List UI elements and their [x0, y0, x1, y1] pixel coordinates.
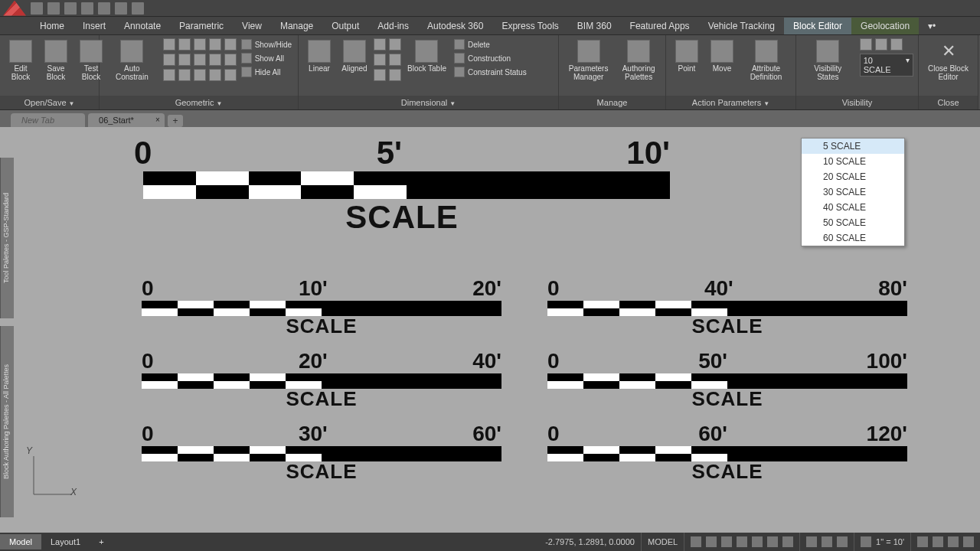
constraint-icon[interactable]	[224, 54, 237, 66]
block-authoring-palettes-panel[interactable]: Block Authoring Palettes - All Palettes	[0, 326, 14, 517]
ribbon-tab-home[interactable]: Home	[31, 18, 74, 34]
aligned-button[interactable]: Aligned	[338, 38, 371, 74]
osnap-toggle-icon[interactable]	[752, 536, 763, 547]
constraint-icon[interactable]	[209, 54, 221, 66]
constraint-icon[interactable]	[178, 69, 191, 81]
constraint-icon[interactable]	[209, 69, 221, 81]
linear-button[interactable]: Linear	[303, 38, 335, 74]
qat-open-icon[interactable]	[47, 2, 60, 15]
otrack-toggle-icon[interactable]	[767, 536, 778, 547]
constraint-icon[interactable]	[178, 38, 191, 51]
ribbon-tab-blockeditor[interactable]: Block Editor	[784, 18, 851, 34]
move-button[interactable]: Move	[706, 38, 738, 74]
ribbon-tab-output[interactable]: Output	[322, 18, 368, 34]
panel-title-geometric[interactable]: Geometric▼	[100, 96, 298, 109]
auto-constrain-button[interactable]: Auto Constrain	[104, 38, 160, 83]
ortho-toggle-icon[interactable]	[721, 536, 732, 547]
add-tab-button[interactable]: +	[168, 115, 183, 127]
status-icon[interactable]	[948, 536, 959, 547]
attribute-definition-button[interactable]: Attribute Definition	[741, 38, 791, 83]
tool-palettes-panel[interactable]: Tool Palettes - GSP-Standard	[0, 158, 14, 318]
annotation-toggle-icon[interactable]	[806, 536, 817, 547]
status-icon[interactable]	[917, 536, 928, 547]
ribbon-tab-view[interactable]: View	[233, 18, 271, 34]
qat-saveas-icon[interactable]	[81, 2, 93, 15]
layout-tab[interactable]: Layout1	[41, 534, 90, 549]
qat-plot-icon[interactable]	[98, 2, 110, 15]
visibility-dropdown[interactable]: 10 SCALE	[860, 54, 913, 77]
vis-tool-icon[interactable]	[860, 38, 872, 51]
dim-icon[interactable]	[374, 54, 386, 66]
vis-tool-icon[interactable]	[890, 38, 903, 51]
ribbon-tab-addins[interactable]: Add-ins	[368, 18, 418, 34]
delete-button[interactable]: Delete	[452, 38, 528, 51]
visibility-option[interactable]: 10 SCALE	[802, 154, 904, 169]
ribbon-tab-extra-icon[interactable]: ▾•	[919, 18, 945, 34]
ribbon-tab-annotate[interactable]: Annotate	[115, 18, 170, 34]
block-table-button[interactable]: Block Table	[404, 38, 449, 74]
authoring-palettes-button[interactable]: Authoring Palettes	[616, 38, 661, 83]
visibility-states-button[interactable]: Visibility States	[801, 38, 855, 83]
panel-title-dimensional[interactable]: Dimensional▼	[299, 96, 558, 109]
ribbon-tab-autodesk360[interactable]: Autodesk 360	[418, 18, 492, 34]
dim-icon[interactable]	[374, 38, 386, 51]
ribbon-tab-bim360[interactable]: BIM 360	[568, 18, 621, 34]
ribbon-tab-geolocation[interactable]: Geolocation	[851, 18, 919, 34]
visibility-option[interactable]: 20 SCALE	[802, 169, 904, 184]
dim-icon[interactable]	[389, 69, 401, 81]
point-button[interactable]: Point	[671, 38, 703, 74]
constraint-icon[interactable]	[194, 54, 206, 66]
app-logo-icon[interactable]	[3, 1, 26, 16]
grid-toggle-icon[interactable]	[691, 536, 701, 547]
status-icon[interactable]	[933, 536, 943, 547]
qat-undo-icon[interactable]	[115, 2, 127, 15]
close-tab-icon[interactable]: ×	[155, 116, 160, 124]
visibility-option[interactable]: 30 SCALE	[802, 184, 904, 200]
polar-toggle-icon[interactable]	[737, 536, 747, 547]
constraint-icon[interactable]	[224, 69, 237, 81]
constraint-status-button[interactable]: Constraint Status	[452, 66, 528, 78]
model-toggle[interactable]: MODEL	[641, 533, 684, 551]
visibility-option[interactable]: 40 SCALE	[802, 200, 904, 215]
constraint-icon[interactable]	[224, 38, 237, 51]
panel-title-action[interactable]: Action Parameters▼	[666, 96, 795, 109]
ribbon-tab-expresstools[interactable]: Express Tools	[492, 18, 567, 34]
save-block-button[interactable]: Save Block	[40, 38, 72, 83]
vis-tool-icon[interactable]	[875, 38, 887, 51]
doc-tab-active[interactable]: 06_Start*×	[88, 113, 165, 127]
close-block-editor-button[interactable]: ✕Close Block Editor	[923, 38, 973, 83]
qat-redo-icon[interactable]	[132, 2, 144, 15]
visibility-option[interactable]: 5 SCALE	[802, 139, 904, 154]
construction-button[interactable]: Construction	[452, 52, 528, 64]
visibility-option[interactable]: 60 SCALE	[802, 230, 904, 246]
show-hide-button[interactable]: Show/Hide	[240, 38, 293, 51]
constraint-icon[interactable]	[178, 54, 191, 66]
dim-icon[interactable]	[374, 69, 386, 81]
constraint-icon[interactable]	[163, 38, 175, 51]
hardware-toggle-icon[interactable]	[837, 536, 848, 547]
lineweight-toggle-icon[interactable]	[782, 536, 793, 547]
panel-title-opensave[interactable]: Open/Save▼	[0, 96, 99, 109]
constraint-icon[interactable]	[194, 69, 206, 81]
qat-new-icon[interactable]	[31, 2, 43, 15]
model-space-tab[interactable]: Model	[0, 534, 41, 549]
snap-toggle-icon[interactable]	[706, 536, 717, 547]
show-all-button[interactable]: Show All	[240, 52, 293, 64]
add-layout-button[interactable]: +	[90, 534, 113, 549]
ribbon-tab-parametric[interactable]: Parametric	[170, 18, 233, 34]
constraint-icon[interactable]	[163, 69, 175, 81]
customize-icon[interactable]	[963, 536, 974, 547]
ribbon-tab-manage[interactable]: Manage	[271, 18, 322, 34]
doc-tab-new[interactable]: New Tab	[11, 113, 85, 127]
dim-icon[interactable]	[389, 38, 401, 51]
visibility-option[interactable]: 50 SCALE	[802, 215, 904, 230]
ribbon-tab-featuredapps[interactable]: Featured Apps	[621, 18, 699, 34]
qat-save-icon[interactable]	[64, 2, 77, 15]
constraint-icon[interactable]	[163, 54, 175, 66]
workspace-toggle-icon[interactable]	[822, 536, 832, 547]
constraint-icon[interactable]	[209, 38, 221, 51]
annotation-scale[interactable]: 1" = 10'	[854, 533, 910, 551]
constraint-icon[interactable]	[194, 38, 206, 51]
dim-icon[interactable]	[389, 54, 401, 66]
ribbon-tab-insert[interactable]: Insert	[74, 18, 115, 34]
